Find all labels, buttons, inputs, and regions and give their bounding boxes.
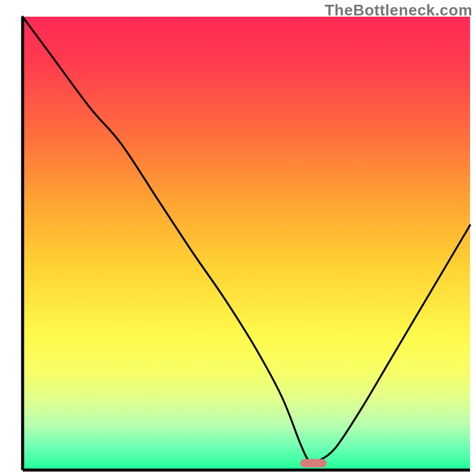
bottleneck-chart: TheBottleneck.com [0,0,476,476]
watermark-text: TheBottleneck.com [325,1,472,20]
optimal-marker [300,459,327,468]
plot-svg [0,0,476,476]
gradient-plot-area [23,17,470,470]
